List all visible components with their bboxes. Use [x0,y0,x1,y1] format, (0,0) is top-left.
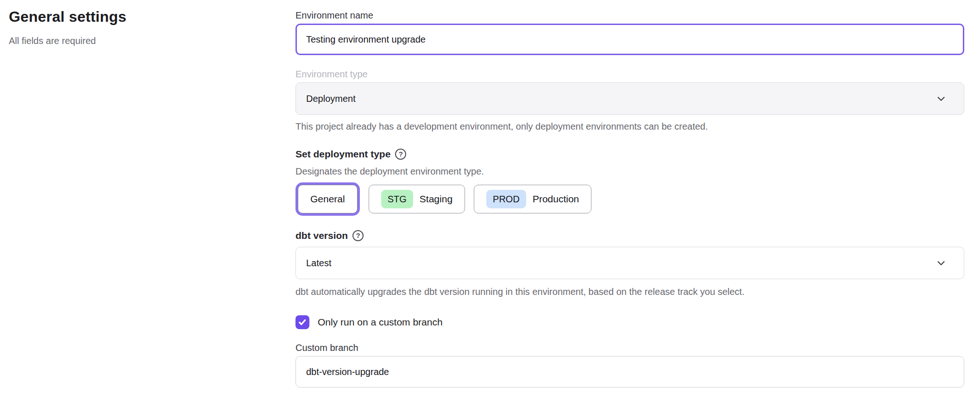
production-badge: PROD [486,190,526,208]
general-button-label: General [310,194,345,205]
staging-badge: STG [381,190,413,208]
deployment-type-production-button[interactable]: PROD Production [474,185,591,213]
custom-branch-toggle-row: Only run on a custom branch [295,315,964,329]
deployment-type-helper: Designates the deployment environment ty… [295,165,964,177]
chevron-down-icon [935,257,947,269]
deployment-type-staging-button[interactable]: STG Staging [369,185,465,213]
custom-branch-checkbox[interactable] [295,315,309,329]
deployment-type-label: Set deployment type ? [295,148,964,161]
deployment-type-label-text: Set deployment type [295,148,390,161]
environment-type-value: Deployment [306,94,356,104]
chevron-down-icon [935,93,947,105]
environment-name-label: Environment name [295,9,964,21]
section-header: General settings All fields are required [9,8,268,46]
settings-form: Environment name Environment type Deploy… [295,9,964,388]
help-icon[interactable]: ? [395,149,406,160]
page-subtitle: All fields are required [9,36,268,46]
environment-type-label: Environment type [295,68,964,80]
production-button-label: Production [533,194,579,205]
staging-button-label: Staging [420,194,452,205]
environment-type-select[interactable]: Deployment [295,82,964,115]
dbt-version-value: Latest [306,258,331,269]
custom-branch-input[interactable] [295,356,964,388]
custom-branch-label: Custom branch [295,342,964,354]
dbt-version-label-text: dbt version [295,229,348,242]
dbt-version-select[interactable]: Latest [295,247,964,279]
help-icon[interactable]: ? [352,230,364,241]
deployment-type-general-button[interactable]: General [298,185,358,213]
deployment-type-options: General STG Staging PROD Production [295,183,964,215]
check-icon [298,318,307,326]
page-title: General settings [9,8,268,25]
dbt-version-helper: dbt automatically upgrades the dbt versi… [295,286,964,298]
environment-name-input[interactable] [295,24,964,55]
environment-type-helper: This project already has a development e… [295,120,964,132]
environment-settings-page: General settings All fields are required… [0,0,980,400]
custom-branch-toggle-label[interactable]: Only run on a custom branch [318,317,443,328]
dbt-version-label: dbt version ? [295,229,964,242]
